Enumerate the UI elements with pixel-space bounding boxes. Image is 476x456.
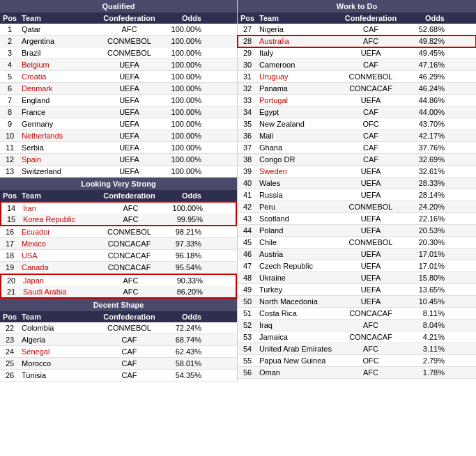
table-row: 1 Qatar AFC 100.00%	[0, 24, 237, 36]
row-team: Wales	[257, 178, 339, 189]
table-row: 36 Mali CAF 42.17%	[238, 130, 476, 142]
row-pos: 31	[238, 71, 257, 82]
row-pos: 25	[0, 358, 20, 369]
col-conf-header: Confederation	[100, 13, 159, 24]
wtd-col-headers: Pos Team Confederation Odds	[238, 13, 476, 24]
row-odds: 62.43%	[159, 346, 204, 357]
row-team: Canada	[20, 262, 100, 273]
row-odds: 32.69%	[402, 154, 447, 165]
row-team: Iraq	[257, 320, 339, 331]
row-odds: 28.14%	[402, 189, 447, 201]
row-team: Croatia	[20, 71, 100, 82]
row-pos: 56	[238, 367, 257, 378]
row-pos: 15	[1, 214, 21, 225]
table-row: 50 North Macedonia UEFA 10.45%	[238, 296, 476, 308]
row-pos: 45	[238, 237, 257, 248]
row-pos: 20	[1, 275, 21, 286]
row-pos: 53	[238, 331, 257, 343]
row-odds: 2.79%	[402, 355, 447, 366]
table-row: 20 Japan AFC 90.33%	[0, 274, 237, 286]
row-odds: 100.00%	[159, 130, 204, 141]
table-row: 27 Nigeria CAF 52.68%	[238, 24, 476, 36]
row-odds: 52.68%	[402, 24, 447, 35]
row-team: Ukraine	[257, 272, 339, 283]
col-pos-header: Pos	[0, 13, 20, 24]
row-odds: 28.33%	[402, 178, 447, 189]
row-team: Qatar	[20, 24, 100, 35]
table-row: 38 Congo DR CAF 32.69%	[238, 154, 476, 166]
row-team: Chile	[257, 237, 339, 248]
qualified-header: Qualified	[0, 0, 237, 13]
row-pos: 23	[0, 334, 20, 345]
row-pos: 16	[0, 226, 20, 237]
row-pos: 40	[238, 178, 257, 189]
row-conf: AFC	[101, 275, 160, 286]
lvs-rows: 14 Iran AFC 100.00% 15 Korea Republic AF…	[0, 201, 237, 299]
table-row: 14 Iran AFC 100.00%	[0, 201, 237, 214]
table-row: 42 Peru CONMEBOL 24.20%	[238, 201, 476, 213]
row-pos: 29	[238, 47, 257, 58]
row-odds: 72.24%	[159, 322, 204, 333]
row-odds: 68.74%	[159, 334, 204, 345]
row-team: Saudi Arabia	[21, 286, 101, 297]
row-odds: 58.01%	[159, 358, 204, 369]
main-container: Qualified Pos Team Confederation Odds 1 …	[0, 0, 476, 382]
row-team: Ecuador	[20, 226, 100, 237]
table-row: 43 Scotland UEFA 22.16%	[238, 213, 476, 225]
row-team: Italy	[257, 47, 339, 58]
table-row: 25 Morocco CAF 58.01%	[0, 358, 237, 370]
table-row: 46 Austria UEFA 17.01%	[238, 249, 476, 260]
row-team: Scotland	[257, 213, 339, 224]
table-row: 47 Czech Republic UEFA 17.01%	[238, 260, 476, 272]
row-conf: UEFA	[339, 189, 402, 201]
row-team: Panama	[257, 83, 339, 94]
row-pos: 6	[0, 83, 20, 94]
row-odds: 43.70%	[402, 118, 447, 129]
row-team: Switzerland	[20, 166, 100, 177]
table-row: 26 Tunisia CAF 54.35%	[0, 370, 237, 382]
table-row: 2 Argentina CONMEBOL 100.00%	[0, 36, 237, 47]
wtd-col-pos-header: Pos	[238, 13, 257, 24]
table-row: 8 France UEFA 100.00%	[0, 107, 237, 118]
row-odds: 100.00%	[159, 36, 204, 47]
row-team: Papua New Guinea	[257, 355, 339, 366]
row-pos: 5	[0, 71, 20, 82]
row-team: Costa Rica	[257, 308, 339, 319]
row-odds: 100.00%	[159, 59, 204, 70]
row-conf: UEFA	[100, 71, 159, 82]
row-pos: 46	[238, 249, 257, 260]
table-row: 33 Portugal UEFA 44.86%	[238, 95, 476, 107]
row-pos: 54	[238, 343, 257, 354]
row-pos: 22	[0, 322, 20, 333]
wtd-col-team-header: Team	[257, 13, 339, 24]
table-row: 11 Serbia UEFA 100.00%	[0, 142, 237, 154]
row-team: Austria	[257, 249, 339, 260]
row-conf: UEFA	[339, 249, 402, 260]
row-odds: 13.65%	[402, 284, 447, 295]
table-row: 19 Canada CONCACAF 95.54%	[0, 262, 237, 274]
table-row: 22 Colombia CONMEBOL 72.24%	[0, 322, 237, 334]
row-conf: CONCACAF	[100, 250, 159, 261]
table-row: 4 Belgium UEFA 100.00%	[0, 59, 237, 71]
row-conf: UEFA	[100, 59, 159, 70]
row-conf: AFC	[100, 24, 159, 35]
row-team: Oman	[257, 367, 339, 378]
row-conf: OFC	[339, 118, 402, 129]
row-odds: 100.00%	[159, 83, 204, 94]
row-conf: CONMEBOL	[100, 226, 159, 237]
row-team: Netherlands	[20, 130, 100, 141]
row-pos: 44	[238, 225, 257, 236]
table-row: 7 England UEFA 100.00%	[0, 95, 237, 107]
row-team: Argentina	[20, 36, 100, 47]
row-pos: 28	[238, 36, 257, 47]
table-row: 21 Saudi Arabia AFC 86.20%	[0, 286, 237, 299]
row-pos: 48	[238, 272, 257, 283]
left-panel: Qualified Pos Team Confederation Odds 1 …	[0, 0, 238, 382]
row-odds: 44.00%	[402, 107, 447, 118]
row-conf: UEFA	[100, 107, 159, 118]
table-row: 18 USA CONCACAF 96.18%	[0, 250, 237, 262]
row-odds: 100.00%	[159, 24, 204, 35]
row-team: Congo DR	[257, 154, 339, 165]
row-pos: 12	[0, 154, 20, 165]
row-conf: UEFA	[339, 272, 402, 283]
